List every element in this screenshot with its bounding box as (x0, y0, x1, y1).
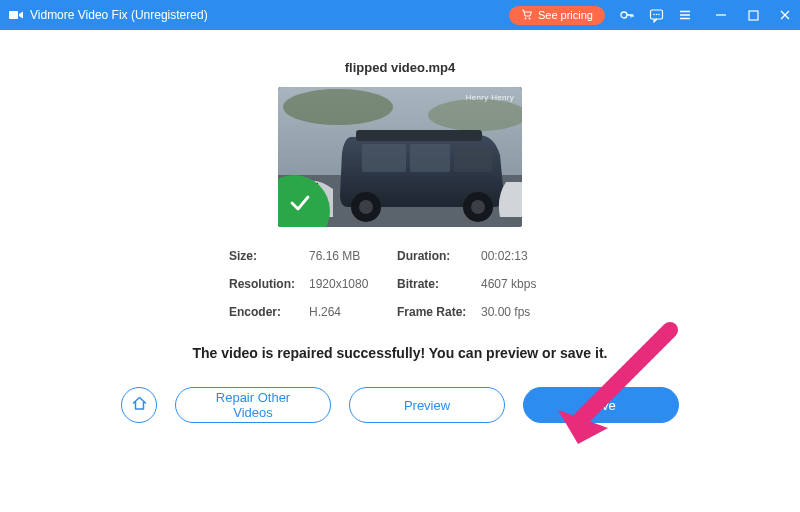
encoder-label: Encoder: (229, 305, 309, 319)
home-button[interactable] (121, 387, 157, 423)
checkmark-icon (281, 196, 307, 226)
main-content: flipped video.mp4 Henry Henr (0, 30, 800, 441)
svg-point-6 (656, 13, 658, 15)
encoder-value: H.264 (309, 305, 397, 319)
app-title: Vidmore Video Fix (Unregistered) (30, 8, 208, 22)
svg-point-1 (525, 17, 527, 19)
duration-label: Duration: (397, 249, 481, 263)
titlebar: Vidmore Video Fix (Unregistered) See pri… (0, 0, 800, 30)
resolution-label: Resolution: (229, 277, 309, 291)
file-name: flipped video.mp4 (345, 60, 456, 75)
action-row: Repair Other Videos Preview Save (121, 387, 679, 423)
titlebar-right: See pricing (509, 6, 792, 25)
svg-point-19 (359, 200, 373, 214)
svg-point-2 (529, 17, 531, 19)
resolution-value: 1920x1080 (309, 277, 397, 291)
svg-point-21 (471, 200, 485, 214)
size-value: 76.16 MB (309, 249, 397, 263)
menu-icon[interactable] (678, 8, 692, 22)
svg-point-10 (283, 89, 393, 125)
duration-value: 00:02:13 (481, 249, 571, 263)
status-message: The video is repaired successfully! You … (193, 345, 608, 361)
pricing-label: See pricing (538, 9, 593, 21)
svg-rect-14 (356, 130, 482, 141)
size-label: Size: (229, 249, 309, 263)
app-logo-icon (8, 7, 24, 23)
svg-rect-0 (9, 11, 18, 19)
close-button[interactable] (778, 8, 792, 22)
svg-rect-8 (749, 11, 758, 20)
svg-rect-17 (454, 147, 492, 172)
svg-point-5 (653, 13, 655, 15)
svg-point-7 (658, 13, 660, 15)
svg-point-3 (621, 12, 627, 18)
framerate-value: 30.00 fps (481, 305, 571, 319)
video-preview: Henry Henry (278, 87, 522, 227)
home-icon (131, 395, 148, 415)
repair-other-button[interactable]: Repair Other Videos (175, 387, 331, 423)
feedback-icon[interactable] (649, 8, 664, 23)
preview-button[interactable]: Preview (349, 387, 505, 423)
svg-rect-16 (410, 144, 450, 172)
minimize-button[interactable] (714, 8, 728, 22)
save-button[interactable]: Save (523, 387, 679, 423)
video-watermark: Henry Henry (466, 93, 514, 102)
maximize-button[interactable] (746, 8, 760, 22)
cart-icon (521, 9, 533, 22)
file-info: Size: 76.16 MB Duration: 00:02:13 Resolu… (229, 249, 571, 319)
bitrate-label: Bitrate: (397, 277, 481, 291)
framerate-label: Frame Rate: (397, 305, 481, 319)
see-pricing-button[interactable]: See pricing (509, 6, 605, 25)
window-controls (714, 8, 792, 22)
titlebar-left: Vidmore Video Fix (Unregistered) (8, 7, 208, 23)
bitrate-value: 4607 kbps (481, 277, 571, 291)
key-icon[interactable] (619, 7, 635, 23)
svg-rect-15 (362, 144, 406, 172)
